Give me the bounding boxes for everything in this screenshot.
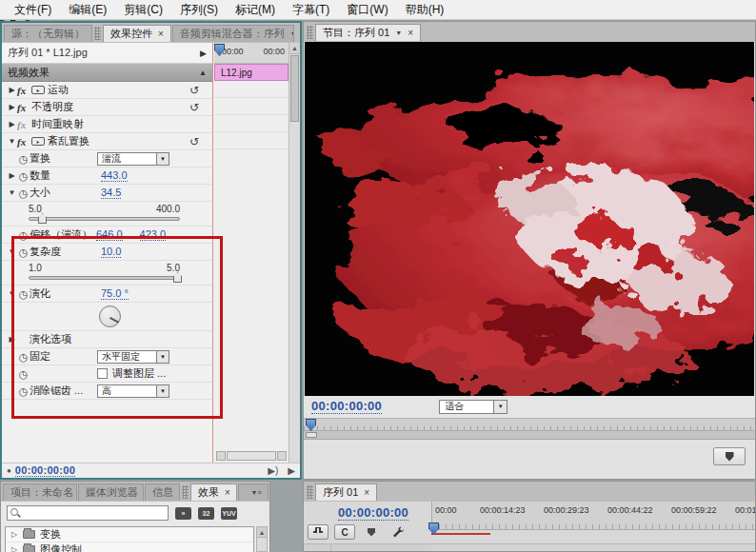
fx-icon[interactable]: fx [17, 136, 31, 148]
toggle-timeline-icon[interactable]: ▶ [288, 465, 295, 476]
clip-bar[interactable]: L12.jpg [214, 64, 288, 81]
tab-gripper[interactable] [94, 27, 101, 40]
collapse-icon[interactable]: ▲ [199, 69, 207, 77]
effect-row-opacity[interactable]: ▶ fx 不透明度 ↺ [2, 99, 212, 116]
complexity-slider-handle[interactable] [173, 272, 182, 283]
evolution-dial[interactable] [99, 306, 121, 327]
tab-audio-mixer[interactable]: 音频剪辑混合器：序列 ▼≡ [172, 25, 294, 42]
menu-window[interactable]: 窗口(W) [338, 0, 396, 20]
menu-edit[interactable]: 编辑(E) [60, 0, 115, 20]
effects-list-scrollbar[interactable]: ▲ [256, 526, 268, 552]
play-audio-icon[interactable]: ▶) [268, 465, 278, 476]
tab-program-monitor[interactable]: 节目：序列 01 ▼ × [315, 24, 421, 41]
tab-gripper[interactable] [307, 485, 313, 499]
folder-row-image-control[interactable]: ▷ 图像控制 [6, 542, 253, 552]
twirl-icon[interactable]: ▶ [7, 335, 17, 344]
effect-controls-timecode[interactable]: 00:00:00:00 [15, 464, 75, 477]
yuv-effects-badge[interactable]: YUV [221, 507, 237, 520]
marker-button[interactable] [713, 447, 746, 465]
twirl-icon[interactable]: ▶ [7, 103, 17, 111]
offset-y-value[interactable]: 423.0 [140, 228, 167, 241]
tab-gripper[interactable] [182, 485, 189, 499]
search-input[interactable] [7, 505, 169, 521]
stopwatch-icon[interactable]: ◷ [17, 352, 30, 362]
twirl-icon[interactable]: ▶ [7, 171, 17, 180]
twirl-icon[interactable]: ▼ [7, 137, 17, 146]
menu-title[interactable]: 字幕(T) [284, 0, 338, 20]
close-icon[interactable]: × [364, 487, 369, 498]
scrollbar-thumb[interactable] [290, 55, 299, 122]
program-timecode[interactable]: 00:00:00:00 [311, 399, 382, 414]
stopwatch-icon[interactable]: ◷ [17, 369, 30, 379]
effect-controls-scrollbar[interactable]: ▲ [288, 43, 300, 463]
twirl-icon[interactable]: ▼ [7, 289, 17, 298]
stopwatch-icon[interactable]: ◷ [17, 247, 30, 257]
accelerated-effects-badge[interactable]: » [175, 507, 191, 520]
reset-icon[interactable]: ↺ [189, 84, 199, 97]
tab-info[interactable]: 信息 [145, 483, 180, 501]
amount-value[interactable]: 443.0 [101, 169, 128, 182]
scroll-up-icon[interactable]: ▲ [289, 43, 300, 54]
twirl-icon[interactable]: ▼ [7, 188, 17, 197]
track-header-area[interactable] [304, 543, 431, 551]
marker-icon[interactable] [361, 524, 382, 540]
twirl-icon[interactable]: ▶ [7, 120, 17, 128]
twirl-icon[interactable]: ▷ [11, 530, 23, 539]
stopwatch-icon[interactable]: ◷ [17, 386, 30, 396]
work-area-bar[interactable] [304, 431, 755, 440]
linked-selection-icon[interactable]: C [334, 524, 355, 540]
menu-sequence[interactable]: 序列(S) [171, 0, 227, 20]
tab-media-browser[interactable]: 媒体浏览器 [78, 483, 144, 501]
close-icon[interactable]: × [158, 29, 164, 39]
mini-timeline-ruler[interactable]: 00:00 00:00 [214, 43, 288, 64]
playhead[interactable] [306, 419, 316, 431]
32bit-effects-badge[interactable]: 32 [198, 507, 214, 520]
antialias-dropdown[interactable]: 高 ▼ [97, 384, 169, 398]
timeline-timecode[interactable]: 00:00:00:00 [338, 505, 408, 521]
scroll-up-icon[interactable]: ▲ [257, 527, 267, 538]
twirl-icon[interactable]: ▼ [7, 247, 17, 256]
snap-icon[interactable] [308, 524, 328, 540]
evolution-value[interactable]: 75.0 ° [101, 287, 129, 300]
effect-row-turbulent-displace[interactable]: ▼ fx ▸ 紊乱置换 ↺ [2, 133, 212, 150]
effect-row-time-remapping[interactable]: ▶ fx 时间重映射 [2, 116, 212, 133]
close-icon[interactable]: × [225, 487, 230, 498]
panel-menu-icon[interactable]: ▼≡ [290, 30, 294, 37]
param-row-evolution-options[interactable]: ▶ 演化选项 [2, 331, 212, 348]
close-icon[interactable]: × [408, 28, 413, 38]
stopwatch-icon[interactable]: ◷ [17, 171, 30, 181]
menu-file[interactable]: 文件(F) [6, 0, 60, 20]
tab-project[interactable]: 项目：未命名 [3, 483, 77, 501]
tab-effects[interactable]: 效果 × [190, 483, 237, 501]
settings-wrench-icon[interactable] [388, 524, 408, 540]
menu-help[interactable]: 帮助(H) [397, 0, 453, 20]
size-slider-track[interactable] [29, 217, 180, 221]
twirl-icon[interactable]: ▷ [11, 545, 23, 552]
fx-icon[interactable]: fx [17, 85, 31, 96]
offset-x-value[interactable]: 646.0 [96, 228, 123, 241]
menu-marker[interactable]: 标记(M) [227, 0, 284, 20]
chevron-down-icon[interactable]: ▼ [395, 30, 402, 36]
stopwatch-icon[interactable]: ◷ [17, 230, 30, 240]
size-value[interactable]: 34.5 [101, 187, 121, 199]
resize-layer-checkbox[interactable] [97, 368, 108, 379]
complexity-value[interactable]: 10.0 [101, 246, 121, 258]
stopwatch-icon[interactable]: ◷ [17, 188, 30, 198]
size-slider-handle[interactable] [38, 213, 47, 224]
timeline-ruler[interactable]: 00:00 00:00:14:23 00:00:29:23 00:00:44:2… [431, 502, 755, 530]
fx-icon[interactable]: fx [17, 102, 31, 113]
zoom-level-dropdown[interactable]: 适合 ▼ [439, 400, 507, 414]
tab-sequence-01[interactable]: 序列 01 × [315, 483, 377, 501]
video-effects-section-header[interactable]: 视频效果 ▲ [2, 64, 212, 82]
program-ruler[interactable] [304, 418, 755, 431]
folder-row-transform[interactable]: ▷ 变换 [6, 527, 253, 542]
stopwatch-icon[interactable]: ◷ [17, 289, 30, 299]
menu-clip[interactable]: 剪辑(C) [115, 0, 171, 20]
stopwatch-icon[interactable]: ◷ [17, 154, 30, 164]
mini-timeline-zoombar[interactable] [216, 451, 287, 461]
tab-source-monitor[interactable]: 源：（无剪辑） [4, 25, 92, 42]
reset-icon[interactable]: ↺ [189, 135, 199, 148]
panel-menu-button[interactable]: ▼≡ [238, 483, 269, 501]
complexity-slider-track[interactable] [29, 276, 180, 280]
effect-row-motion[interactable]: ▶ fx ▸ 运动 ↺ [2, 82, 212, 99]
